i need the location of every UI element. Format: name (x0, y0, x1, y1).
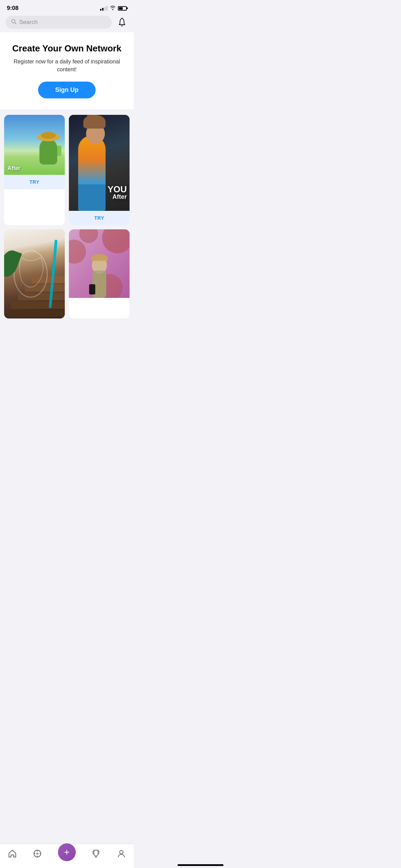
battery-icon (118, 6, 127, 11)
card-pink (69, 229, 130, 318)
card-fashion: YOU After TRY (69, 115, 130, 225)
card-nature-image: After (4, 115, 65, 175)
search-icon (11, 19, 16, 26)
search-bar[interactable]: Search (5, 16, 112, 29)
svg-line-1 (15, 23, 16, 24)
card-fashion-overlay: YOU After (108, 185, 127, 200)
hero-subtitle: Register now for a daily feed of inspira… (7, 58, 127, 73)
signup-button[interactable]: Sign Up (38, 82, 96, 98)
card-fashion-image: YOU After (69, 115, 130, 211)
card-stairs-image (4, 229, 65, 318)
status-time: 9:08 (7, 5, 19, 12)
signal-icon (100, 6, 108, 11)
hero-section: Create Your Own Network Register now for… (0, 32, 134, 109)
card-nature-try-button[interactable]: TRY (4, 175, 65, 189)
card-fashion-try-button[interactable]: TRY (69, 211, 130, 225)
svg-point-2 (122, 18, 122, 19)
wifi-icon (110, 5, 116, 11)
card-nature-label: After (8, 165, 20, 171)
search-placeholder: Search (19, 19, 38, 26)
hero-title: Create Your Own Network (7, 43, 127, 54)
card-stairs (4, 229, 65, 318)
bell-icon[interactable] (116, 16, 128, 28)
status-bar: 9:08 (0, 0, 134, 14)
card-nature: After TRY (4, 115, 65, 225)
bottom-spacer (0, 324, 134, 355)
status-icons (100, 5, 127, 11)
search-row: Search (0, 14, 134, 32)
decorative-circle-1 (102, 229, 130, 253)
content-area: After TRY Y (0, 109, 134, 324)
card-pink-image (69, 229, 130, 298)
content-grid: After TRY Y (4, 115, 130, 318)
decorative-circle-2 (69, 240, 86, 264)
